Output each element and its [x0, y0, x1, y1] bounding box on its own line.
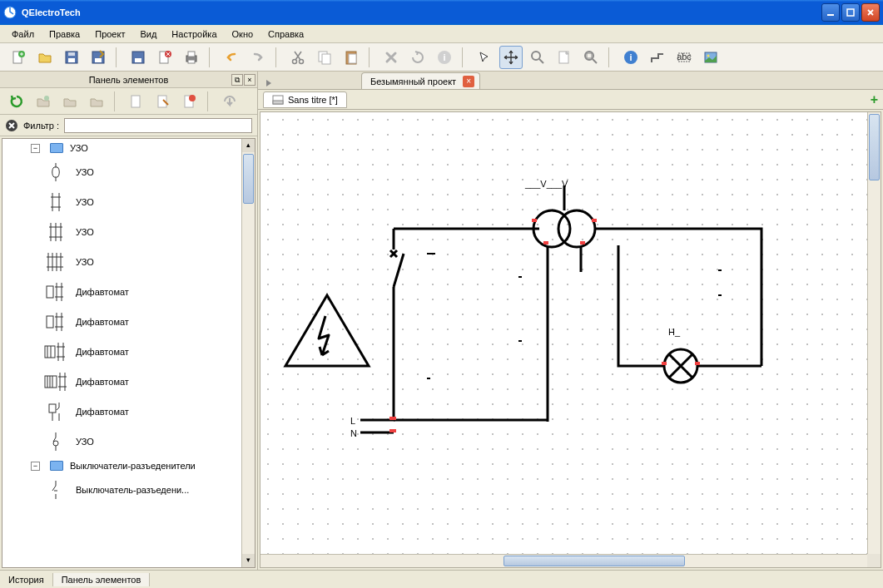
collapse-icon[interactable]: − [31, 144, 40, 153]
copy-button[interactable] [313, 46, 336, 69]
tree-item[interactable]: Дифавтомат [2, 367, 255, 397]
status-tab-history[interactable]: История [0, 573, 53, 586]
page-tool[interactable] [553, 46, 576, 69]
menu-help[interactable]: Справка [261, 27, 310, 41]
zoom-fit-tool[interactable] [579, 46, 603, 69]
tree-item[interactable]: УЗО [2, 157, 255, 187]
svg-rect-47 [273, 101, 283, 104]
element-tree[interactable]: − УЗО УЗО УЗО УЗО УЗО Дифавтомат Дифавто… [2, 138, 255, 568]
menu-window[interactable]: Окно [226, 27, 260, 41]
tree-scrollbar[interactable]: ▴ ▾ [241, 139, 255, 567]
folder-icon [50, 143, 63, 153]
filter-input[interactable] [64, 118, 252, 133]
redo-button[interactable] [246, 46, 270, 69]
symbol-icon [42, 400, 69, 423]
label-H: H_ [668, 327, 681, 337]
paste-button[interactable] [340, 46, 363, 69]
svg-rect-28 [587, 53, 592, 58]
delete-button[interactable] [379, 46, 403, 69]
import-button[interactable] [218, 90, 241, 113]
tree-item[interactable]: Выключатель-разъедени... [2, 475, 255, 505]
undo-button[interactable] [220, 46, 243, 69]
scroll-down-icon[interactable]: ▾ [242, 554, 255, 567]
sheet-tab[interactable]: Sans titre [*] [263, 91, 347, 108]
folder-label: УЗО [70, 143, 88, 153]
save-doc-button[interactable] [126, 46, 150, 69]
add-sheet-button[interactable]: + [871, 92, 878, 107]
new-button[interactable] [7, 46, 30, 69]
panel-header: Панель элементов ⧉ × [0, 72, 257, 88]
svg-rect-52 [532, 219, 537, 222]
svg-rect-56 [662, 362, 667, 365]
svg-rect-2 [847, 9, 854, 16]
print-button[interactable] [180, 46, 203, 69]
panel-close-button[interactable]: × [244, 74, 255, 86]
move-tool[interactable] [499, 46, 523, 69]
open-button[interactable] [33, 46, 57, 69]
help-button[interactable]: i [619, 46, 642, 69]
image-tool[interactable] [699, 46, 722, 69]
tree-item[interactable]: Дифавтомат [2, 277, 255, 307]
edit-folder-button[interactable] [58, 90, 82, 113]
tree-item[interactable]: УЗО [2, 427, 255, 457]
reload-button[interactable] [5, 90, 28, 113]
schematic-drawing: L N ___ [260, 112, 881, 567]
tree-item[interactable]: Дифавтомат [2, 307, 255, 337]
tree-item[interactable]: УЗО [2, 247, 255, 277]
editor-area: Безымянный проект × Sans titre [*] + [258, 72, 883, 570]
new-element-button[interactable] [125, 90, 148, 113]
canvas-hscroll[interactable] [260, 554, 867, 567]
svg-rect-43 [45, 346, 55, 358]
tree-item[interactable]: УЗО [2, 217, 255, 247]
tab-close-icon[interactable]: × [463, 76, 474, 87]
hscroll-thumb[interactable] [504, 556, 686, 566]
tab-nav-icon[interactable] [263, 77, 275, 89]
minimize-button[interactable] [821, 3, 840, 22]
scroll-up-icon[interactable]: ▴ [242, 139, 255, 152]
vscroll-thumb[interactable] [869, 114, 880, 180]
close-doc-button[interactable] [153, 46, 176, 69]
label-N: N [350, 428, 357, 438]
close-button[interactable] [861, 3, 880, 22]
clear-filter-icon[interactable] [5, 119, 18, 132]
menu-edit[interactable]: Правка [42, 27, 87, 41]
svg-text:i: i [629, 52, 632, 62]
filter-row: Фильтр : [0, 115, 257, 136]
status-tab-elements[interactable]: Панель элементов [53, 573, 151, 586]
menu-file[interactable]: Файл [5, 27, 41, 41]
edit-element-button[interactable] [151, 90, 175, 113]
maximize-button[interactable] [841, 3, 860, 22]
zoom-tool[interactable] [526, 46, 549, 69]
tree-item[interactable]: Дифавтомат [2, 397, 255, 427]
collapse-icon[interactable]: − [31, 462, 40, 471]
menu-project[interactable]: Проект [88, 27, 131, 41]
text-tool[interactable]: abc [672, 46, 696, 69]
new-folder-button[interactable] [32, 90, 55, 113]
delete-folder-button[interactable] [85, 90, 108, 113]
canvas-vscroll[interactable] [867, 112, 881, 554]
cut-button[interactable] [286, 46, 310, 69]
tree-folder[interactable]: − Выключатели-разъеденители [2, 457, 255, 475]
item-label: УЗО [76, 167, 94, 177]
menu-settings[interactable]: Настройка [165, 27, 223, 41]
menu-view[interactable]: Вид [133, 27, 163, 41]
svg-rect-22 [349, 54, 356, 63]
project-tab[interactable]: Безымянный проект × [361, 72, 480, 89]
select-tool[interactable] [473, 46, 496, 69]
scroll-thumb[interactable] [243, 154, 254, 204]
drawing-canvas[interactable]: L N ___ [260, 111, 881, 568]
svg-point-34 [707, 54, 710, 57]
panel-float-button[interactable]: ⧉ [231, 74, 243, 86]
tree-folder[interactable]: − УЗО [2, 139, 255, 157]
delete-element-button[interactable] [178, 90, 201, 113]
svg-rect-1 [827, 14, 834, 16]
tree-item[interactable]: Дифавтомат [2, 337, 255, 367]
save-as-button[interactable] [87, 46, 110, 69]
window-titlebar: QElectroTech [0, 0, 883, 25]
tree-item[interactable]: УЗО [2, 187, 255, 217]
save-button[interactable] [60, 46, 83, 69]
rotate-button[interactable] [406, 46, 429, 69]
symbol-icon [42, 340, 69, 363]
info-button[interactable]: i [433, 46, 456, 69]
wire-tool[interactable] [646, 46, 669, 69]
